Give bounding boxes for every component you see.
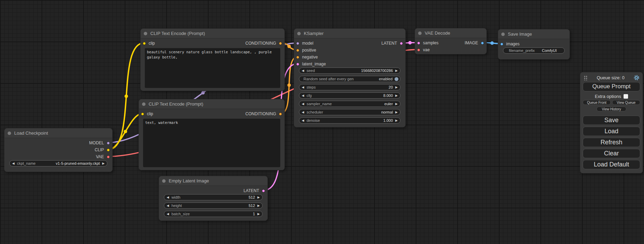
increment-arrow-icon[interactable]: ▶ [393, 101, 400, 107]
vae-output-dot[interactable] [107, 155, 110, 159]
decrement-arrow-icon[interactable]: ◀ [10, 160, 17, 166]
conditioning-output-dot[interactable] [279, 112, 282, 116]
node-vae-decode[interactable]: VAE DecodesamplesIMAGEvae [415, 28, 487, 54]
widget-scheduler[interactable]: ◀schedulernormal▶ [299, 109, 400, 115]
clip-text-encode-positive-title-bar[interactable]: CLIP Text Encode (Prompt) [141, 29, 284, 38]
drag-handle-icon[interactable] [584, 75, 588, 80]
decrement-arrow-icon[interactable]: ◀ [164, 211, 171, 217]
vae-output-slot[interactable]: VAE [96, 153, 110, 160]
settings-gear-icon[interactable] [634, 75, 639, 81]
widget-random seed after every gen[interactable]: Random seed after every genenabled [299, 76, 400, 82]
widget-cfg[interactable]: ◀cfg8.000▶ [299, 92, 400, 99]
load-default-button[interactable]: Load Default [583, 160, 640, 169]
load-button[interactable]: Load [583, 127, 640, 136]
save-image-title-bar[interactable]: Save Image [498, 29, 570, 39]
increment-arrow-icon[interactable]: ▶ [100, 160, 107, 166]
decrement-arrow-icon[interactable]: ◀ [299, 84, 307, 90]
widget-seed[interactable]: ◀seed156680208700286▶ [299, 67, 400, 74]
increment-arrow-icon[interactable]: ▶ [393, 117, 400, 124]
images-input-slot[interactable]: images [500, 40, 520, 47]
images-input-dot[interactable] [500, 43, 503, 46]
negative-input-slot[interactable]: negative [296, 54, 318, 61]
collapse-dot[interactable] [297, 32, 301, 35]
prompt-textarea[interactable]: beautiful scenery nature glass bottle la… [145, 48, 280, 88]
clip-text-encode-negative-title-bar[interactable]: CLIP Text Encode (Prompt) [139, 99, 284, 109]
widget-height[interactable]: ◀height512▶ [164, 202, 263, 209]
decrement-arrow-icon[interactable]: ◀ [299, 67, 307, 74]
increment-arrow-icon[interactable]: ▶ [393, 84, 400, 90]
image-output-dot[interactable] [481, 42, 484, 45]
vae-input-dot[interactable] [417, 48, 420, 52]
collapse-dot[interactable] [8, 132, 11, 135]
prompt-textarea[interactable]: text, watermark [143, 119, 280, 167]
model-input-slot[interactable]: model [296, 40, 314, 47]
node-ksampler[interactable]: KSamplermodelLATENTpositivenegativelaten… [294, 28, 406, 127]
collapse-dot[interactable] [162, 179, 166, 183]
clear-button[interactable]: Clear [583, 149, 640, 158]
toggle-dot-icon[interactable] [395, 77, 398, 81]
collapse-dot[interactable] [418, 31, 422, 35]
node-empty-latent-image[interactable]: Empty Latent ImageLATENT◀width512▶◀heigh… [159, 176, 268, 221]
conditioning-output-slot[interactable]: CONDITIONING [245, 110, 282, 117]
node-clip-text-encode-negative[interactable]: CLIP Text Encode (Prompt)clipCONDITIONIN… [139, 99, 285, 170]
vae-input-slot[interactable]: vae [417, 46, 430, 53]
collapse-dot[interactable] [501, 33, 505, 36]
latent-image-input-dot[interactable] [296, 63, 299, 66]
decrement-arrow-icon[interactable]: ◀ [164, 202, 171, 209]
clip-input-slot[interactable]: clip [143, 40, 155, 47]
image-output-slot[interactable]: IMAGE [465, 39, 484, 46]
extra-options-checkbox[interactable] [624, 94, 628, 99]
decrement-arrow-icon[interactable]: ◀ [164, 194, 171, 200]
samples-input-slot[interactable]: samples [417, 39, 439, 46]
clip-output-dot[interactable] [107, 148, 110, 152]
queue-front-button[interactable]: Queue Front [583, 100, 611, 105]
clip-input-dot[interactable] [143, 42, 146, 45]
decrement-arrow-icon[interactable]: ◀ [299, 109, 307, 115]
widget-filename-prefix[interactable]: filename_prefixComfyUI [503, 47, 565, 54]
latent-output-dot[interactable] [262, 189, 265, 192]
conditioning-output-dot[interactable] [279, 42, 282, 45]
increment-arrow-icon[interactable]: ▶ [255, 202, 262, 209]
vae-decode-title-bar[interactable]: VAE Decode [415, 28, 486, 38]
node-save-image[interactable]: Save Imageimagesfilename_prefixComfyUI [498, 29, 570, 60]
model-output-dot[interactable] [107, 142, 110, 145]
model-output-slot[interactable]: MODEL [89, 139, 110, 146]
negative-input-dot[interactable] [296, 56, 299, 59]
empty-latent-image-title-bar[interactable]: Empty Latent Image [159, 176, 267, 186]
node-graph-canvas[interactable]: Load CheckpointMODELCLIPVAE◀ckpt_namev1-… [0, 0, 644, 244]
node-load-checkpoint[interactable]: Load CheckpointMODELCLIPVAE◀ckpt_namev1-… [4, 128, 113, 172]
latent-image-input-slot[interactable]: latent_image [296, 61, 326, 67]
latent-output-slot[interactable]: LATENT [244, 187, 265, 194]
decrement-arrow-icon[interactable]: ◀ [299, 92, 307, 99]
decrement-arrow-icon[interactable]: ◀ [299, 117, 307, 124]
decrement-arrow-icon[interactable]: ◀ [299, 101, 307, 107]
clip-input-slot[interactable]: clip [141, 110, 153, 117]
increment-arrow-icon[interactable]: ▶ [255, 194, 262, 200]
clip-output-slot[interactable]: CLIP [95, 146, 110, 153]
widget-sampler-name[interactable]: ◀sampler_nameeuler▶ [299, 101, 400, 107]
clip-input-dot[interactable] [141, 112, 144, 116]
collapse-dot[interactable] [144, 32, 147, 35]
widget-width[interactable]: ◀width512▶ [164, 194, 263, 200]
widget-batch-size[interactable]: ◀batch_size1▶ [164, 211, 263, 217]
widget-steps[interactable]: ◀steps20▶ [299, 84, 400, 90]
node-clip-text-encode-positive[interactable]: CLIP Text Encode (Prompt)clipCONDITIONIN… [140, 28, 285, 91]
latent-output-dot[interactable] [400, 42, 403, 45]
ksampler-title-bar[interactable]: KSampler [294, 29, 405, 38]
view-queue-button[interactable]: View Queue [612, 100, 640, 105]
samples-input-dot[interactable] [417, 42, 420, 45]
model-input-dot[interactable] [296, 42, 299, 45]
save-button[interactable]: Save [583, 116, 640, 125]
queue-prompt-button[interactable]: Queue Prompt [583, 82, 640, 91]
widget-denoise[interactable]: ◀denoise1.000▶ [299, 117, 400, 124]
collapse-dot[interactable] [142, 102, 145, 106]
widget-ckpt-name[interactable]: ◀ckpt_namev1-5-pruned-emaonly.ckpt▶ [9, 160, 107, 166]
load-checkpoint-title-bar[interactable]: Load Checkpoint [5, 128, 112, 138]
positive-input-slot[interactable]: positive [296, 47, 316, 54]
increment-arrow-icon[interactable]: ▶ [393, 67, 400, 74]
conditioning-output-slot[interactable]: CONDITIONING [245, 40, 282, 47]
positive-input-dot[interactable] [296, 49, 299, 52]
latent-output-slot[interactable]: LATENT [381, 40, 403, 47]
refresh-button[interactable]: Refresh [583, 138, 640, 147]
increment-arrow-icon[interactable]: ▶ [393, 109, 400, 115]
